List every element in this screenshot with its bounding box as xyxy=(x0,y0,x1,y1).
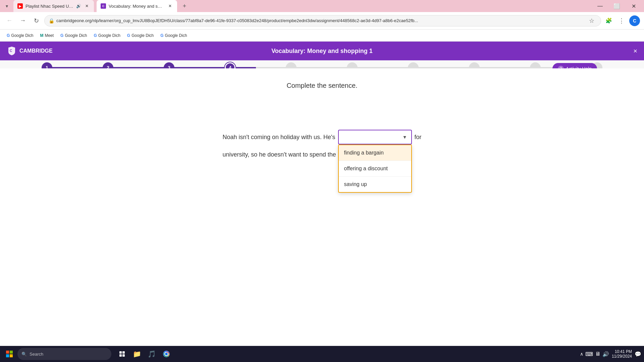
bookmark4-favicon: G xyxy=(94,33,97,38)
extensions-button[interactable]: 🧩 xyxy=(604,16,614,26)
bookmark2-favicon: M xyxy=(40,33,43,38)
tab-dropdown-btn[interactable]: ▾ xyxy=(3,2,11,10)
taskbar-chevron-icon[interactable]: ∧ xyxy=(580,351,583,357)
dropdown-container[interactable]: ▼ finding a bargain offering a discount … xyxy=(338,130,412,144)
taskbar-system-icons: ∧ ⌨ 🖥 🔊 xyxy=(580,351,609,357)
tab1-audio-icon: 🔊 xyxy=(76,4,81,8)
window-controls: — ⬜ ✕ xyxy=(592,1,641,11)
instruction-text: Complete the sentence. xyxy=(286,82,357,89)
sentence-line-2: university, so he doesn't want to spend … xyxy=(222,151,336,158)
tab1-close-btn[interactable]: ✕ xyxy=(84,3,90,9)
svg-rect-5 xyxy=(119,351,122,354)
bookmark-5[interactable]: G Google Dich xyxy=(124,32,156,39)
bookmark1-label: Google Dich xyxy=(11,33,33,38)
dropdown-option-2[interactable]: offering a discount xyxy=(339,161,411,177)
taskbar-display-icon[interactable]: 🖥 xyxy=(595,351,600,357)
bookmark3-favicon: G xyxy=(60,33,63,38)
svg-rect-4 xyxy=(10,354,13,357)
close-button[interactable]: ✕ xyxy=(626,1,641,11)
progress-area: 1 2 3 4 ? Activity Help xyxy=(0,60,644,68)
cambridge-header-title: Vocabulary: Money and shopping 1 xyxy=(271,48,373,55)
taskbar-app-multitask[interactable] xyxy=(115,347,129,361)
svg-rect-8 xyxy=(122,354,125,357)
taskbar-app-music[interactable]: 🎵 xyxy=(145,347,158,361)
reload-button[interactable]: ↻ xyxy=(31,15,42,26)
svg-rect-6 xyxy=(122,351,125,354)
taskbar-search[interactable]: 🔍 Search xyxy=(17,348,111,360)
dropdown-select[interactable]: ▼ xyxy=(338,130,412,144)
cambridge-logo-text: CAMBRIDGE xyxy=(19,48,53,54)
content-area: Complete the sentence. Noah isn't coming… xyxy=(0,68,644,346)
bookmark4-label: Google Dich xyxy=(98,33,120,38)
title-bar: ▾ ▶ Playlist Nhac Speed Up Chi... 🔊 ✕ C … xyxy=(0,0,644,12)
bookmark6-label: Google Dich xyxy=(165,33,187,38)
tab-2[interactable]: C Vocabulary: Money and shopp... ✕ xyxy=(97,0,177,12)
tab2-close-btn[interactable]: ✕ xyxy=(167,3,173,9)
bookmark-3[interactable]: G Google Dich xyxy=(58,32,90,39)
forward-button[interactable]: → xyxy=(17,15,28,26)
bookmark5-label: Google Dich xyxy=(131,33,154,38)
secure-icon: 🔒 xyxy=(49,18,54,23)
music-icon: 🎵 xyxy=(148,350,156,358)
new-tab-button[interactable]: + xyxy=(180,1,189,11)
minimize-button[interactable]: — xyxy=(592,1,608,11)
date-display: 11/29/2024 xyxy=(612,354,632,359)
dropdown-option-3[interactable]: saving up xyxy=(339,177,411,192)
svg-rect-7 xyxy=(119,354,122,357)
search-icon: 🔍 xyxy=(21,352,27,357)
bookmark-2[interactable]: M Meet xyxy=(37,32,56,39)
taskbar-volume-icon[interactable]: 🔊 xyxy=(602,351,609,357)
taskbar-notification-icon[interactable]: 💬 xyxy=(635,351,641,357)
sentence-area: Noah isn't coming on holiday with us. He… xyxy=(222,130,421,158)
tab2-title: Vocabulary: Money and shopp... xyxy=(109,4,164,9)
svg-text:C: C xyxy=(10,49,12,53)
bookmark-star-button[interactable]: ☆ xyxy=(587,16,597,26)
address-bar: ← → ↻ 🔒 cambridgeone.org/nlp/learner/org… xyxy=(0,12,644,29)
tab1-favicon: ▶ xyxy=(17,3,23,9)
folder-icon: 📁 xyxy=(133,350,141,358)
dropdown-menu: finding a bargain offering a discount sa… xyxy=(338,144,412,193)
taskbar-apps: 📁 🎵 xyxy=(115,347,173,361)
svg-rect-3 xyxy=(6,354,9,357)
taskbar-keyboard-icon[interactable]: ⌨ xyxy=(585,351,593,357)
bookmark6-favicon: G xyxy=(160,33,163,38)
start-button[interactable] xyxy=(3,347,16,361)
maximize-button[interactable]: ⬜ xyxy=(609,1,625,11)
taskbar-search-placeholder: Search xyxy=(30,352,43,357)
bookmark5-favicon: G xyxy=(127,33,130,38)
url-bar[interactable]: 🔒 cambridgeone.org/nlp/learner/org_cup_l… xyxy=(44,15,601,26)
svg-rect-2 xyxy=(10,351,13,354)
taskbar-app-folder[interactable]: 📁 xyxy=(130,347,144,361)
windows-icon xyxy=(6,351,13,357)
bookmark3-label: Google Dich xyxy=(65,33,87,38)
cambridge-close-button[interactable]: × xyxy=(633,47,637,55)
bookmark-1[interactable]: G Google Dich xyxy=(4,32,36,39)
dropdown-arrow-icon: ▼ xyxy=(402,134,407,140)
bookmark1-favicon: G xyxy=(7,33,10,38)
bookmark-6[interactable]: G Google Dich xyxy=(158,32,190,39)
chrome-icon xyxy=(163,350,170,358)
more-button[interactable]: ⋮ xyxy=(616,16,627,26)
tab1-title: Playlist Nhac Speed Up Chi... xyxy=(25,4,73,9)
taskbar-right: ∧ ⌨ 🖥 🔊 10:41 PM 11/29/2024 💬 xyxy=(580,349,641,359)
svg-rect-1 xyxy=(6,351,9,354)
tab2-favicon: C xyxy=(101,3,106,9)
taskbar-time: 10:41 PM 11/29/2024 xyxy=(612,349,632,359)
sentence-line-1: Noah isn't coming on holiday with us. He… xyxy=(222,130,421,144)
tab-1[interactable]: ▶ Playlist Nhac Speed Up Chi... 🔊 ✕ xyxy=(13,0,94,12)
time-display: 10:41 PM xyxy=(612,349,632,354)
taskbar: 🔍 Search 📁 🎵 xyxy=(0,346,644,362)
bookmarks-bar: G Google Dich M Meet G Google Dich G Goo… xyxy=(0,29,644,42)
sentence-part3: university, so he doesn't want to spend … xyxy=(222,151,336,158)
browser-frame: ▾ ▶ Playlist Nhac Speed Up Chi... 🔊 ✕ C … xyxy=(0,0,644,362)
taskbar-app-chrome[interactable] xyxy=(160,347,173,361)
sentence-part2: for xyxy=(415,134,422,141)
svg-point-11 xyxy=(165,353,168,355)
bookmark2-label: Meet xyxy=(45,33,54,38)
dropdown-option-1[interactable]: finding a bargain xyxy=(339,145,411,161)
back-button[interactable]: ← xyxy=(4,15,15,26)
profile-button[interactable]: C xyxy=(629,15,640,26)
cambridge-header: C CAMBRIDGE Vocabulary: Money and shoppi… xyxy=(0,42,644,60)
bookmark-4[interactable]: G Google Dich xyxy=(91,32,123,39)
cambridge-logo: C CAMBRIDGE xyxy=(7,46,53,56)
